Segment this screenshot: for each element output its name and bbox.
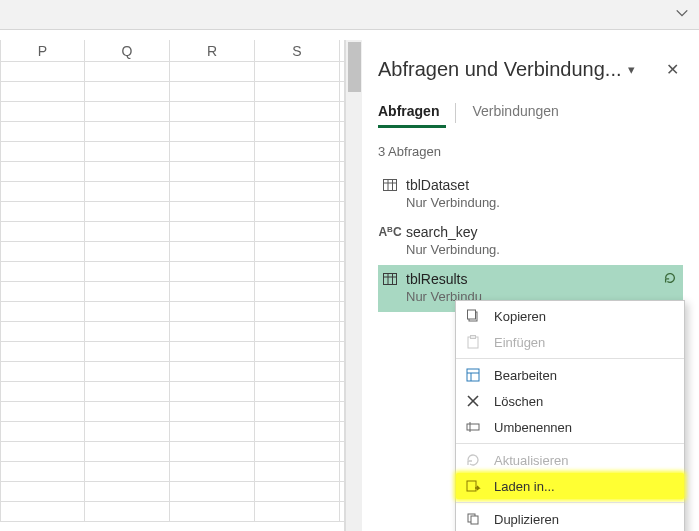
vertical-scrollbar[interactable] [345, 40, 362, 531]
rename-icon [464, 419, 482, 435]
menu-label: Einfügen [494, 335, 545, 350]
menu-delete[interactable]: Löschen [456, 388, 684, 414]
menu-duplicate[interactable]: Duplizieren [456, 506, 684, 531]
scrollbar-thumb[interactable] [348, 42, 361, 92]
spreadsheet: P Q R S [0, 40, 345, 531]
table-icon [382, 271, 398, 287]
query-status: Nur Verbindung. [406, 195, 679, 210]
svg-rect-21 [471, 516, 478, 524]
menu-divider [456, 358, 684, 359]
pane-tabs: Abfragen Verbindungen [378, 103, 683, 123]
menu-edit[interactable]: Bearbeiten [456, 362, 684, 388]
svg-rect-19 [467, 481, 476, 491]
tab-queries[interactable]: Abfragen [378, 103, 456, 123]
menu-label: Bearbeiten [494, 368, 557, 383]
menu-load-to[interactable]: Laden in... [456, 473, 684, 499]
svg-rect-0 [384, 180, 397, 191]
query-item-searchkey[interactable]: ABC search_key Nur Verbindung. [378, 218, 683, 265]
menu-copy[interactable]: Kopieren [456, 303, 684, 329]
svg-rect-12 [467, 369, 479, 381]
col-header[interactable]: R [170, 40, 255, 61]
delete-icon [464, 393, 482, 409]
query-count: 3 Abfragen [378, 144, 683, 159]
svg-rect-4 [384, 274, 397, 285]
column-headers: P Q R S [0, 40, 344, 62]
menu-paste: Einfügen [456, 329, 684, 355]
chevron-down-icon[interactable] [675, 6, 689, 23]
refresh-icon[interactable] [663, 271, 677, 288]
edit-icon [464, 367, 482, 383]
menu-rename[interactable]: Umbenennen [456, 414, 684, 440]
menu-divider [456, 502, 684, 503]
svg-rect-17 [467, 424, 479, 430]
query-name: tblDataset [406, 177, 469, 193]
menu-refresh: Aktualisieren [456, 447, 684, 473]
col-header[interactable]: Q [85, 40, 170, 61]
paste-icon [464, 334, 482, 350]
col-header[interactable]: S [255, 40, 340, 61]
col-header[interactable]: P [0, 40, 85, 61]
caret-down-icon[interactable]: ▾ [628, 62, 635, 77]
svg-rect-11 [471, 336, 476, 339]
copy-icon [464, 308, 482, 324]
menu-label: Löschen [494, 394, 543, 409]
refresh-icon [464, 452, 482, 468]
load-to-icon [464, 478, 482, 494]
tab-underline [378, 125, 446, 128]
pane-title: Abfragen und Verbindung... [378, 58, 622, 81]
svg-rect-9 [468, 310, 476, 319]
query-name: search_key [406, 224, 478, 240]
tab-connections[interactable]: Verbindungen [472, 103, 558, 123]
duplicate-icon [464, 511, 482, 527]
query-status: Nur Verbindung. [406, 242, 679, 257]
menu-label: Kopieren [494, 309, 546, 324]
menu-label: Duplizieren [494, 512, 559, 527]
menu-divider [456, 443, 684, 444]
query-name: tblResults [406, 271, 467, 287]
ribbon-collapse-bar [0, 0, 699, 30]
query-item-tbldataset[interactable]: tblDataset Nur Verbindung. [378, 171, 683, 218]
menu-label: Aktualisieren [494, 453, 568, 468]
text-type-icon: ABC [382, 225, 398, 239]
close-icon[interactable]: ✕ [662, 60, 683, 79]
menu-label: Laden in... [494, 479, 555, 494]
grid-body[interactable] [0, 62, 344, 531]
menu-label: Umbenennen [494, 420, 572, 435]
context-menu: Kopieren Einfügen Bearbeiten Löschen Umb… [455, 300, 685, 531]
table-icon [382, 177, 398, 193]
query-list: tblDataset Nur Verbindung. ABC search_ke… [378, 171, 683, 312]
